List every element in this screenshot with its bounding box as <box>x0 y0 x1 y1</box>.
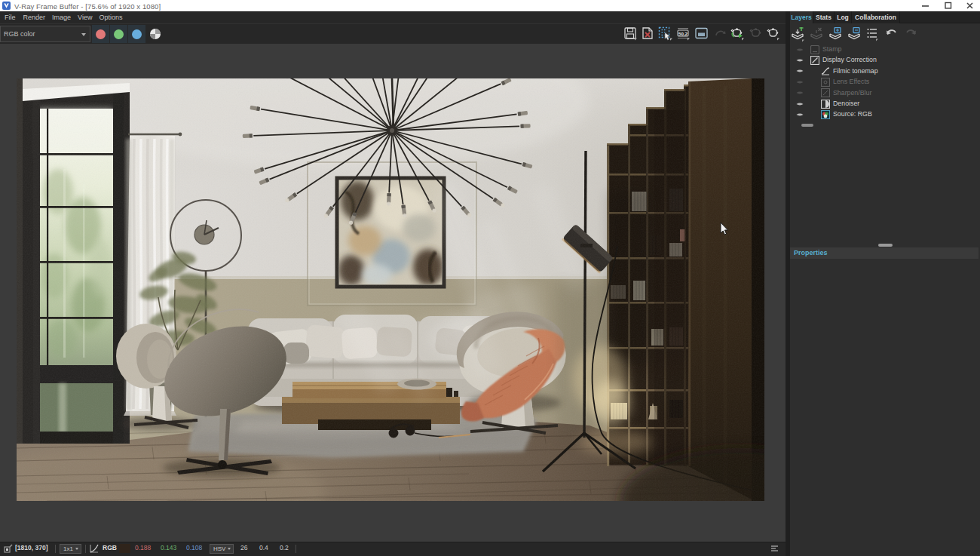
svg-text:50.2: 50.2 <box>678 31 688 36</box>
